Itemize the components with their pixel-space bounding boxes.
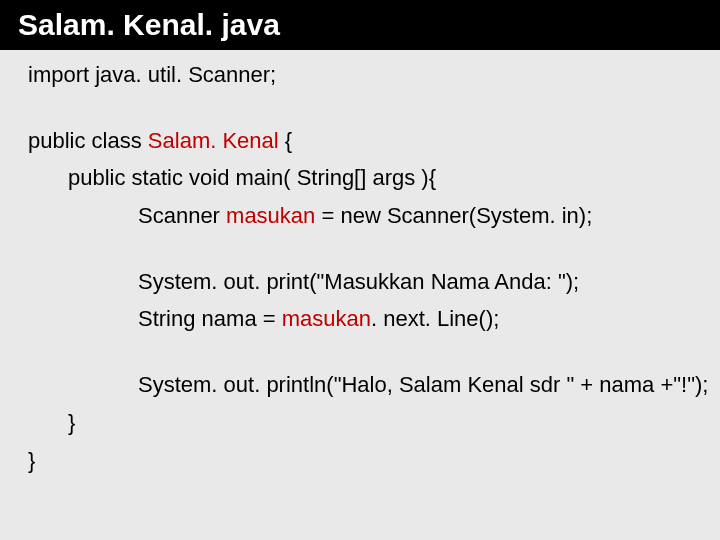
page-title: Salam. Kenal. java [0, 0, 720, 50]
code-line: import java. util. Scanner; [28, 60, 692, 90]
code-line: } [28, 446, 692, 476]
code-line: String nama = masukan. next. Line(); [28, 304, 692, 334]
code-line: public static void main( String[] args )… [28, 163, 692, 193]
code-line: Scanner masukan = new Scanner(System. in… [28, 201, 692, 231]
code-line: System. out. print("Masukkan Nama Anda: … [28, 267, 692, 297]
variable-name: masukan [226, 203, 315, 228]
variable-name: masukan [282, 306, 371, 331]
code-line: public class Salam. Kenal { [28, 126, 692, 156]
code-line: } [28, 408, 692, 438]
class-name: Salam. Kenal [148, 128, 279, 153]
code-line: System. out. println("Halo, Salam Kenal … [28, 370, 692, 400]
code-block: import java. util. Scanner; public class… [0, 50, 720, 493]
